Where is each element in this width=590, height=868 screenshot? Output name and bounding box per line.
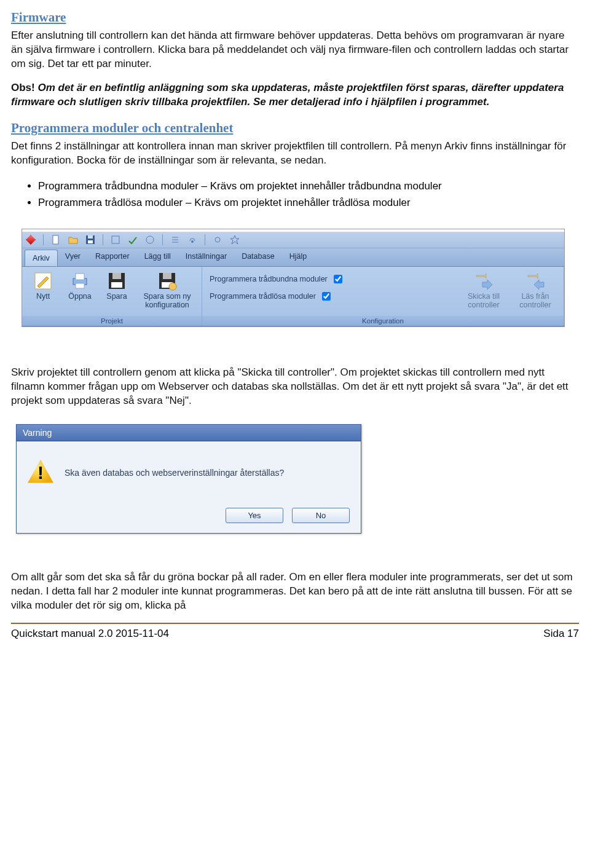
read-arrow-icon [525, 271, 545, 291]
spara-label: Spara [106, 292, 127, 301]
qat-icon[interactable] [187, 235, 197, 245]
svg-rect-13 [111, 282, 122, 288]
projekt-group-label: Projekt [22, 316, 202, 326]
menu-tabs: Arkiv Vyer Rapporter Lägg till Inställni… [22, 248, 564, 267]
las-label: Läs från controller [513, 292, 557, 310]
tab-installningar[interactable]: Inställningar [178, 248, 234, 266]
ribbon-body: Nytt Öppna Spara Spara som ny konfigurat… [22, 267, 564, 326]
qat-separator [205, 234, 205, 245]
send-arrow-icon [474, 271, 494, 291]
spara-button[interactable]: Spara [100, 269, 134, 316]
yes-button[interactable]: Yes [226, 508, 283, 523]
svg-rect-10 [76, 274, 84, 280]
qat-separator [43, 234, 44, 245]
tab-rapporter[interactable]: Rapporter [88, 248, 137, 266]
tab-lagg-till[interactable]: Lägg till [137, 248, 178, 266]
printer-icon [70, 271, 90, 291]
after-ribbon-paragraph: Skriv projektet till controllern genom a… [11, 366, 579, 408]
svg-rect-14 [112, 273, 121, 279]
pencil-icon [33, 271, 53, 291]
svg-rect-2 [88, 240, 93, 243]
obs-paragraph: Obs! Om det är en befintlig anläggning s… [11, 81, 579, 109]
qat-icon[interactable] [230, 235, 240, 245]
firmware-heading: Firmware [11, 10, 579, 25]
svg-rect-4 [112, 236, 119, 243]
svg-rect-17 [163, 273, 171, 279]
tradbundna-label: Programmera trådbundna moduler [210, 275, 328, 283]
tab-vyer[interactable]: Vyer [58, 248, 88, 266]
konfig-group-label: Konfiguration [202, 316, 564, 326]
qat-icon[interactable] [128, 235, 138, 245]
program-heading: Programmera moduler och centralenhet [11, 120, 579, 136]
las-button[interactable]: Läs från controller [511, 269, 560, 316]
list-item: Programmera trådlösa moduler – Krävs om … [38, 194, 579, 211]
qat-separator [162, 234, 163, 245]
qat-icon[interactable] [170, 235, 180, 245]
obs-text: Om det är en befintlig anläggning som sk… [11, 82, 564, 108]
no-button[interactable]: No [292, 508, 350, 523]
warning-icon: ! [28, 460, 53, 486]
skicka-label: Skicka till controller [462, 292, 506, 310]
svg-rect-11 [76, 283, 84, 288]
tradbundna-checkbox-row[interactable]: Programmera trådbundna moduler [206, 272, 457, 286]
program-paragraph: Det finns 2 inställningar att kontroller… [11, 140, 579, 168]
open-icon[interactable] [68, 235, 78, 245]
tab-database[interactable]: Database [234, 248, 282, 266]
qat-icon[interactable] [111, 235, 120, 245]
qat-icon[interactable] [213, 235, 222, 245]
qat-icon[interactable] [145, 235, 155, 245]
dialog-title: Varning [17, 425, 361, 441]
save-disk-gear-icon [157, 271, 177, 291]
tradlosa-checkbox-row[interactable]: Programmera trådlösa moduler [206, 289, 457, 304]
footer-left: Quickstart manual 2.0 2015-11-04 [11, 628, 169, 640]
oppna-button[interactable]: Öppna [63, 269, 97, 316]
new-file-icon[interactable] [51, 235, 61, 245]
dialog-message: Ska även databas och webserverinställnin… [65, 468, 284, 478]
tab-hjalp[interactable]: Hjälp [282, 248, 315, 266]
firmware-paragraph: Efter anslutning till controllern kan de… [11, 29, 579, 71]
tradlosa-checkbox[interactable] [322, 292, 331, 301]
svg-point-5 [146, 236, 154, 243]
nytt-button[interactable]: Nytt [26, 269, 60, 316]
save-icon[interactable] [85, 235, 95, 245]
qat-separator [103, 234, 103, 245]
svg-point-6 [191, 240, 194, 243]
warning-dialog: Varning ! Ska även databas och webserver… [16, 424, 361, 534]
page-footer: Quickstart manual 2.0 2015-11-04 Sida 17 [11, 623, 579, 646]
tradbundna-checkbox[interactable] [334, 275, 342, 283]
tradlosa-label: Programmera trådlösa moduler [210, 292, 316, 301]
obs-label: Obs! [11, 82, 35, 93]
save-disk-icon [107, 271, 127, 291]
skicka-button[interactable]: Skicka till controller [459, 269, 508, 316]
spara-ny-label: Spara som ny konfiguration [139, 292, 195, 310]
nytt-label: Nytt [36, 292, 50, 301]
svg-point-18 [169, 283, 176, 290]
oppna-label: Öppna [68, 292, 92, 301]
spara-ny-button[interactable]: Spara som ny konfiguration [136, 269, 198, 316]
tab-arkiv[interactable]: Arkiv [25, 250, 58, 266]
bullet-list: Programmera trådbundna moduler – Krävs o… [11, 178, 579, 211]
app-logo-icon [26, 235, 36, 245]
svg-point-7 [215, 237, 220, 242]
end-paragraph: Om allt går som det ska så får du gröna … [11, 570, 579, 613]
quick-access-toolbar [22, 232, 564, 248]
svg-rect-0 [53, 235, 58, 244]
footer-right: Sida 17 [543, 628, 579, 640]
ribbon-screenshot: Arkiv Vyer Rapporter Lägg till Inställni… [22, 229, 564, 326]
list-item: Programmera trådbundna moduler – Krävs o… [38, 178, 579, 194]
svg-rect-3 [88, 235, 93, 239]
